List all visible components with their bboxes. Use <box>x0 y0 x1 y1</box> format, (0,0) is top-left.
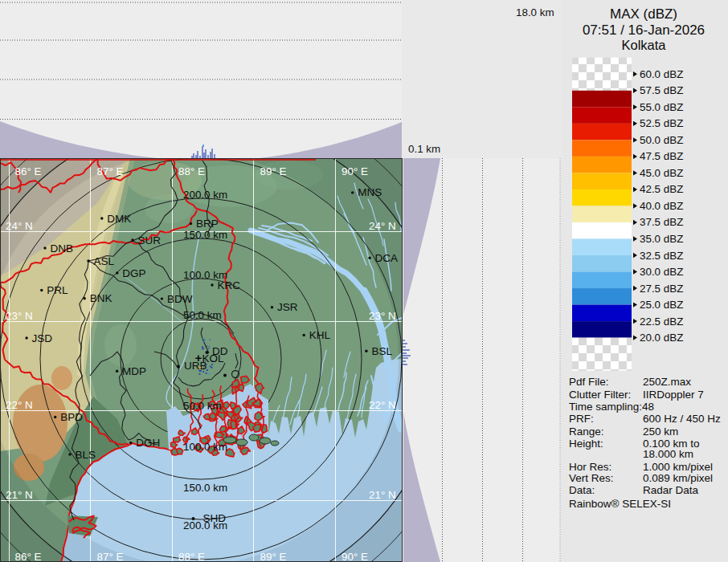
svg-text:BPD: BPD <box>60 411 83 423</box>
svg-text:50.0 km: 50.0 km <box>183 309 222 321</box>
svg-text:JSR: JSR <box>277 301 298 313</box>
svg-text:21° N: 21° N <box>369 489 396 501</box>
svg-text:21° N: 21° N <box>6 489 33 501</box>
svg-text:88° E: 88° E <box>178 551 205 562</box>
svg-text:24° N: 24° N <box>369 220 396 232</box>
svg-text:Radar Data: Radar Data <box>643 484 699 496</box>
svg-text:23° N: 23° N <box>369 310 396 322</box>
svg-text:07:51 / 16-Jan-2026: 07:51 / 16-Jan-2026 <box>583 22 705 38</box>
svg-text:150.0 km: 150.0 km <box>183 482 227 494</box>
svg-text:Height:: Height: <box>569 438 603 450</box>
svg-text:52.5 dBZ: 52.5 dBZ <box>640 117 683 129</box>
svg-text:35.0 dBZ: 35.0 dBZ <box>640 233 683 245</box>
svg-text:KRC: KRC <box>218 279 241 291</box>
svg-text:Rainbow® SELEX-SI: Rainbow® SELEX-SI <box>569 498 671 510</box>
svg-text:50.0 dBZ: 50.0 dBZ <box>640 134 683 146</box>
svg-text:18.0 km: 18.0 km <box>516 6 554 18</box>
svg-text:150.0 km: 150.0 km <box>183 229 227 241</box>
svg-text:100.0 km: 100.0 km <box>183 269 227 281</box>
svg-text:Hor Res:: Hor Res: <box>569 461 611 473</box>
svg-text:23° N: 23° N <box>6 310 33 322</box>
svg-text:Clutter Filter:: Clutter Filter: <box>569 389 631 401</box>
svg-text:57.5 dBZ: 57.5 dBZ <box>640 84 683 96</box>
svg-text:86° E: 86° E <box>15 551 42 562</box>
svg-text:250Z.max: 250Z.max <box>643 376 691 388</box>
svg-text:22° N: 22° N <box>6 399 33 411</box>
svg-text:88° E: 88° E <box>178 165 205 177</box>
svg-text:DMK: DMK <box>107 213 131 225</box>
svg-text:60.0 dBZ: 60.0 dBZ <box>640 68 683 80</box>
svg-text:90° E: 90° E <box>342 165 368 177</box>
svg-text:BNK: BNK <box>90 292 112 304</box>
svg-text:KOL: KOL <box>202 352 225 364</box>
svg-text:MNS: MNS <box>358 186 382 198</box>
svg-text:18.000 km: 18.000 km <box>643 448 693 460</box>
svg-text:200.0 km: 200.0 km <box>183 189 227 201</box>
svg-text:250 km: 250 km <box>643 426 678 438</box>
svg-text:0.1 km: 0.1 km <box>408 143 440 155</box>
svg-text:45.0 dBZ: 45.0 dBZ <box>640 167 683 179</box>
svg-text:100.0 km: 100.0 km <box>183 441 227 453</box>
svg-text:DGP: DGP <box>122 267 145 279</box>
svg-text:MAX (dBZ): MAX (dBZ) <box>610 6 677 22</box>
svg-text:30.0 dBZ: 30.0 dBZ <box>640 266 683 278</box>
svg-text:SUR: SUR <box>138 234 162 246</box>
svg-text:PRL: PRL <box>47 284 68 296</box>
svg-text:90° E: 90° E <box>342 551 368 562</box>
svg-text:BDW: BDW <box>167 293 193 305</box>
svg-text:22° N: 22° N <box>369 399 396 411</box>
svg-text:1.000 km/pixel: 1.000 km/pixel <box>643 461 713 473</box>
svg-text:PRF:: PRF: <box>569 413 594 425</box>
svg-text:40.0 dBZ: 40.0 dBZ <box>640 200 683 212</box>
svg-text:IIRDoppler 7: IIRDoppler 7 <box>643 389 704 401</box>
svg-text:86° E: 86° E <box>15 165 42 177</box>
svg-text:200.0 km: 200.0 km <box>183 519 227 531</box>
svg-text:20.0 dBZ: 20.0 dBZ <box>640 332 683 344</box>
svg-text:MDP: MDP <box>122 365 146 377</box>
svg-text:Time sampling:48: Time sampling:48 <box>569 401 654 413</box>
svg-text:+: + <box>195 351 202 364</box>
svg-text:55.0 dBZ: 55.0 dBZ <box>640 101 683 113</box>
svg-text:DNB: DNB <box>51 242 74 255</box>
svg-text:89° E: 89° E <box>260 165 287 177</box>
svg-text:47.5 dBZ: 47.5 dBZ <box>640 150 683 162</box>
svg-text:Range:: Range: <box>569 426 604 438</box>
svg-text:87° E: 87° E <box>97 551 124 562</box>
svg-text:27.5 dBZ: 27.5 dBZ <box>640 283 683 295</box>
svg-text:87° E: 87° E <box>97 165 124 177</box>
svg-text:89° E: 89° E <box>260 551 287 562</box>
svg-text:37.5 dBZ: 37.5 dBZ <box>640 216 683 228</box>
svg-text:KHL: KHL <box>309 329 331 341</box>
svg-text:DCA: DCA <box>375 252 399 264</box>
svg-text:32.5 dBZ: 32.5 dBZ <box>640 250 683 262</box>
svg-text:Pdf File:: Pdf File: <box>569 376 609 388</box>
svg-text:42.5 dBZ: 42.5 dBZ <box>640 183 683 195</box>
svg-text:Kolkata: Kolkata <box>621 38 666 52</box>
svg-text:24° N: 24° N <box>6 220 33 232</box>
svg-text:JSD: JSD <box>32 332 53 344</box>
svg-text:600 Hz / 450 Hz: 600 Hz / 450 Hz <box>643 413 721 425</box>
svg-text:Vert Res:: Vert Res: <box>569 472 614 484</box>
svg-text:DGH: DGH <box>136 437 160 449</box>
svg-text:ASL: ASL <box>94 255 115 267</box>
svg-text:Data:: Data: <box>569 484 595 496</box>
svg-text:BSL: BSL <box>371 345 392 357</box>
svg-text:BLS: BLS <box>76 449 96 461</box>
svg-text:22.5 dBZ: 22.5 dBZ <box>640 316 683 328</box>
svg-text:50.0 km: 50.0 km <box>183 400 222 412</box>
svg-text:0.089 km/pixel: 0.089 km/pixel <box>643 472 713 484</box>
svg-text:25.0 dBZ: 25.0 dBZ <box>640 299 683 311</box>
